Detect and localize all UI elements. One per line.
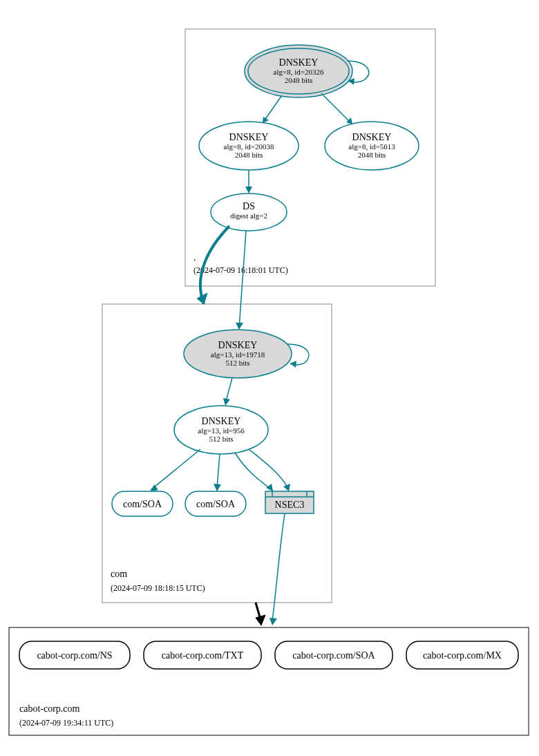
rr-com-soa-1-text: com/SOA	[123, 499, 162, 509]
com-zsk-line2: 512 bits	[209, 435, 233, 443]
com-ksk-title: DNSKEY	[218, 340, 258, 350]
arrow-com-ksk-zsk	[223, 398, 230, 406]
root-zsk2-title: DNSKEY	[352, 132, 392, 142]
arrow-com-zsk-nsec3-b	[283, 484, 290, 491]
root-zsk1-title: DNSKEY	[229, 132, 269, 142]
edge-ds-comksk	[239, 231, 246, 328]
arrow-com-ksk-self	[290, 361, 296, 368]
root-ksk-title: DNSKEY	[279, 57, 319, 68]
rr-domain-txt-text: cabot-corp.com/TXT	[162, 650, 244, 661]
rr-domain-soa-text: cabot-corp.com/SOA	[292, 650, 375, 661]
arrow-com-zsk-soa2	[214, 484, 221, 491]
rr-domain-mx-text: cabot-corp.com/MX	[423, 650, 502, 661]
root-ksk-line2: 2048 bits	[285, 76, 313, 84]
root-zsk1-line1: alg=8, id=20038	[224, 142, 274, 151]
rr-domain-ns-text: cabot-corp.com/NS	[37, 650, 112, 661]
edge-com-zsk-nsec3-b	[249, 449, 289, 489]
zone-root-label: .	[193, 252, 196, 263]
arrow-nsec3-domain	[270, 618, 277, 625]
arrow-com-zsk-nsec3-a	[266, 484, 273, 491]
root-ds-title: DS	[243, 201, 255, 211]
zone-com-label: com	[111, 569, 127, 579]
rr-nsec3-text: NSEC3	[275, 500, 305, 510]
arrow-com-zsk-soa1	[151, 484, 158, 491]
edge-com-zsk-soa2	[217, 454, 220, 488]
root-ksk-line1: alg=8, id=20326	[274, 68, 324, 76]
root-ds-line1: digest alg=2	[230, 211, 267, 220]
arrow-com-to-domain	[256, 615, 265, 625]
zone-root-timestamp: (2024-07-09 16:18:01 UTC)	[193, 265, 288, 275]
edge-com-zsk-nsec3-a	[235, 453, 273, 491]
zone-com-timestamp: (2024-07-09 18:18:15 UTC)	[111, 583, 205, 593]
zone-domain-timestamp: (2024-07-09 19:34:11 UTC)	[19, 718, 113, 728]
root-zsk2-line1: alg=8, id=5613	[348, 142, 395, 151]
edge-nsec3-domain	[272, 513, 285, 622]
edge-root-ksk-zsk2	[321, 93, 352, 124]
com-zsk-line1: alg=13, id=956	[198, 426, 245, 435]
com-zsk-title: DNSKEY	[202, 416, 241, 426]
rr-com-soa-2-text: com/SOA	[196, 499, 236, 509]
arrow-ds-comksk	[236, 323, 243, 330]
edge-com-zsk-soa1	[151, 449, 200, 490]
zone-domain-label: cabot-corp.com	[19, 703, 80, 714]
arrow-root-zsk1-ds	[245, 187, 252, 193]
root-zsk2-line2: 2048 bits	[358, 151, 386, 159]
root-zsk1-line2: 2048 bits	[235, 151, 263, 159]
com-ksk-line2: 512 bits	[225, 359, 249, 367]
com-ksk-line1: alg=13, id=19718	[211, 350, 265, 359]
